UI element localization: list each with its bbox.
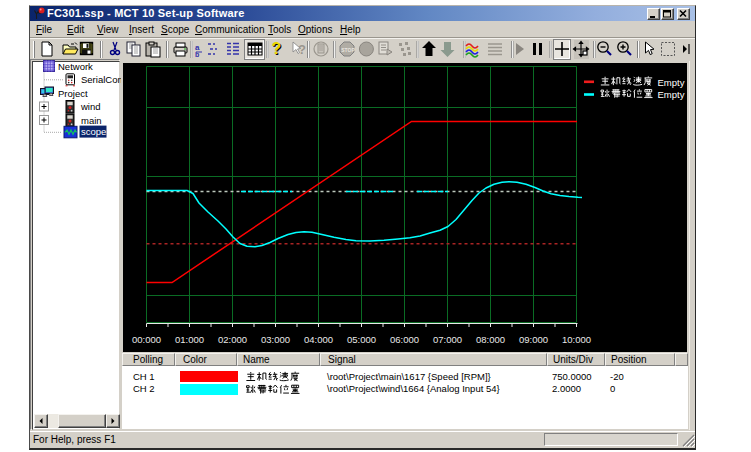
- svg-text:SerialCom: SerialCom: [81, 74, 121, 85]
- svg-text:03:000: 03:000: [261, 334, 290, 345]
- svg-text:05:000: 05:000: [347, 334, 376, 345]
- svg-text:09:000: 09:000: [519, 334, 548, 345]
- svg-text:scope: scope: [81, 126, 106, 137]
- svg-text:?: ?: [298, 42, 306, 57]
- svg-text:00:000: 00:000: [132, 334, 161, 345]
- svg-text:04:000: 04:000: [304, 334, 333, 345]
- svg-text:02:000: 02:000: [218, 334, 247, 345]
- svg-text:07:000: 07:000: [433, 334, 462, 345]
- svg-text:Network: Network: [58, 61, 93, 72]
- svg-text:wind: wind: [80, 101, 101, 112]
- svg-text:?: ?: [272, 40, 282, 57]
- svg-text:10:000: 10:000: [562, 334, 591, 345]
- svg-text:main: main: [81, 115, 102, 126]
- svg-text:06:000: 06:000: [390, 334, 419, 345]
- svg-text:STOP: STOP: [341, 47, 355, 53]
- svg-text:08:000: 08:000: [476, 334, 505, 345]
- svg-text:01:000: 01:000: [175, 334, 204, 345]
- svg-text:Empty: Empty: [658, 89, 685, 100]
- svg-text:Empty: Empty: [658, 77, 685, 88]
- svg-text:b: b: [195, 51, 199, 58]
- svg-text:Project: Project: [58, 88, 88, 99]
